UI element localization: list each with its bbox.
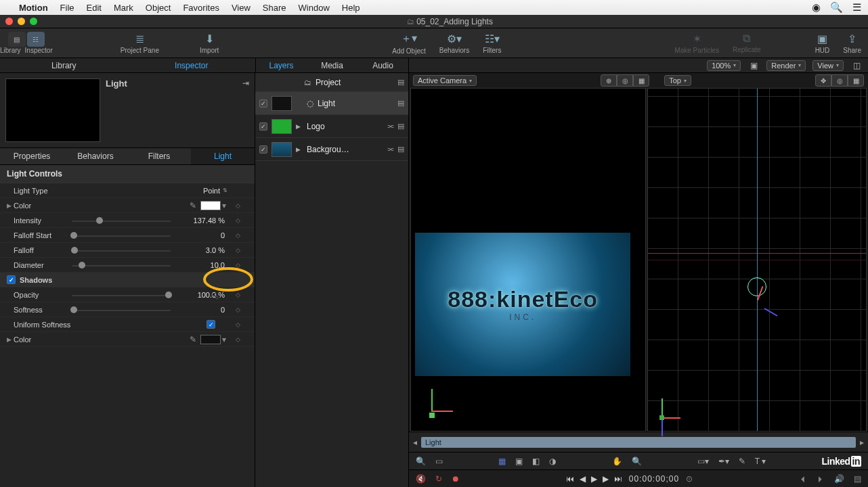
shadow-color-popup-icon[interactable]: ▾ <box>221 335 227 344</box>
behaviors-button[interactable]: ⚙▾Behaviors <box>433 32 476 54</box>
loop-icon[interactable]: ↻ <box>435 474 442 484</box>
layer-link-icon[interactable]: ⫘ <box>387 122 394 131</box>
zoom-tool-icon[interactable]: 🔍 <box>632 457 642 466</box>
menu-object[interactable]: Object <box>146 3 171 13</box>
keyframe-icon[interactable]: ◇ <box>236 336 240 343</box>
layer-background-row[interactable]: ▶ Backgrou… ⫘▤ <box>255 138 408 161</box>
mini-timeline[interactable]: ◂ Light ▸ <box>409 432 868 452</box>
shadow-color-disclose-icon[interactable]: ▶ <box>7 336 14 343</box>
timecode-mode-icon[interactable]: ⊙ <box>686 474 693 484</box>
library-inspector-toggle[interactable]: ▤☷ LibraryInspector <box>0 32 53 54</box>
inspector-pin-icon[interactable]: ⇥ <box>242 78 249 88</box>
inspector-tab-light[interactable]: Light <box>191 148 255 164</box>
layer-name[interactable]: Backgrou… <box>307 145 383 154</box>
layer-link-icon[interactable]: ⫘ <box>387 145 394 154</box>
import-button[interactable]: ⬇Import <box>193 32 225 54</box>
transform-mode-group[interactable]: ⊕ ◎ ▦ <box>601 74 649 87</box>
view-dropdown[interactable]: View <box>812 60 844 71</box>
softness-slider[interactable] <box>72 305 171 315</box>
color-disclose-icon[interactable]: ▶ <box>7 202 14 209</box>
in-point-icon[interactable]: ⏴ <box>799 474 807 484</box>
opacity-slider[interactable] <box>72 290 171 300</box>
transform-world-icon[interactable]: ◎ <box>617 74 633 87</box>
color-popup-icon[interactable]: ▾ <box>221 201 227 210</box>
layer-stack-icon[interactable]: ▤ <box>397 99 404 108</box>
menu-favorites[interactable]: Favorites <box>183 3 219 13</box>
pen-tool-icon[interactable]: ✒▾ <box>718 457 729 466</box>
inspector-tab-properties[interactable]: Properties <box>0 148 64 164</box>
pan-icon[interactable]: ✥ <box>815 74 831 87</box>
layer-visibility-checkbox[interactable] <box>259 122 267 131</box>
falloff-start-slider[interactable] <box>72 231 171 240</box>
light-type-popup[interactable]: Point <box>203 187 227 195</box>
text-tool-icon[interactable]: T ▾ <box>755 457 766 466</box>
tab-media[interactable]: Media <box>307 58 357 72</box>
inspector-tab-filters[interactable]: Filters <box>127 148 191 164</box>
layer-visibility-checkbox[interactable] <box>259 145 267 154</box>
app-menu[interactable]: Motion <box>19 3 48 13</box>
orbit-icon[interactable]: ◎ <box>831 74 848 87</box>
step-forward-icon[interactable]: ▶ <box>603 474 609 484</box>
mute-icon[interactable]: 🔇 <box>416 474 426 484</box>
layer-stack-icon[interactable]: ▤ <box>397 122 404 131</box>
keyframe-icon[interactable]: ◇ <box>236 306 240 313</box>
intensity-value[interactable]: 137.48 % <box>171 216 227 225</box>
eyedropper-icon[interactable]: ✎ <box>190 201 196 210</box>
3d-transform-icon[interactable]: ◧ <box>532 457 540 466</box>
zoom-dropdown[interactable]: 100% <box>707 60 741 71</box>
keyframe-icon[interactable]: ◇ <box>236 202 240 209</box>
layer-visibility-checkbox[interactable] <box>259 99 267 108</box>
layer-stack-icon[interactable]: ▤ <box>397 145 404 154</box>
color-swatch[interactable] <box>200 201 221 210</box>
diameter-slider[interactable] <box>72 260 171 270</box>
search-icon[interactable]: 🔍 <box>416 457 426 466</box>
inspector-toggle-icon[interactable]: ☷ <box>27 32 45 47</box>
mask-icon[interactable]: ◑ <box>549 457 556 466</box>
tab-audio[interactable]: Audio <box>357 58 408 72</box>
menu-list-icon[interactable]: ☰ <box>852 1 861 14</box>
cc-icon[interactable]: ◉ <box>812 1 821 14</box>
group-disclose-icon[interactable]: ▶ <box>296 123 303 130</box>
audio-meter-icon[interactable]: 🔊 <box>834 474 844 484</box>
keyframe-icon[interactable]: ◇ <box>236 232 240 239</box>
falloff-value[interactable]: 3.0 % <box>171 246 227 254</box>
rect-tool-icon[interactable]: ▭▾ <box>697 457 709 466</box>
shadow-color-swatch[interactable] <box>200 335 221 344</box>
menu-edit[interactable]: Edit <box>87 3 102 13</box>
play-icon[interactable]: ▶ <box>591 474 597 484</box>
uniform-softness-checkbox[interactable]: ✓ <box>207 320 215 329</box>
minimize-window-icon[interactable] <box>18 18 25 25</box>
tab-layers[interactable]: Layers <box>256 58 307 72</box>
keyframe-icon[interactable]: ◇ <box>236 247 240 254</box>
layer-light-row[interactable]: Light ▤ <box>255 92 408 115</box>
step-back-icon[interactable]: ◀ <box>580 474 586 484</box>
layer-name[interactable]: Logo <box>307 122 383 131</box>
layout-icon[interactable]: ▭ <box>435 457 443 466</box>
spotlight-icon[interactable]: 🔍 <box>830 1 843 14</box>
viewport-layout-icon[interactable]: ◫ <box>850 61 863 70</box>
keyframe-icon[interactable]: ◇ <box>236 292 240 298</box>
record-icon[interactable]: ⏺ <box>452 474 460 484</box>
playhead-end-icon[interactable]: ▸ <box>860 438 864 447</box>
library-toggle-icon[interactable]: ▤ <box>8 32 26 47</box>
color-channel-icon[interactable]: ▣ <box>747 61 760 70</box>
add-object-button[interactable]: ＋▾Add Object <box>385 32 432 55</box>
grid-icon[interactable]: ▦ <box>498 457 506 466</box>
out-point-icon[interactable]: ⏵ <box>817 474 825 484</box>
close-window-icon[interactable] <box>5 18 13 25</box>
layer-stack-icon[interactable]: ▤ <box>397 78 404 87</box>
hud-button[interactable]: ▣HUD <box>808 32 837 54</box>
intensity-slider[interactable] <box>72 216 171 225</box>
falloff-start-value[interactable]: 0 <box>171 231 227 239</box>
falloff-slider[interactable] <box>72 246 171 255</box>
menu-mark[interactable]: Mark <box>114 3 133 13</box>
layer-logo-row[interactable]: ▶ Logo ⫘▤ <box>255 115 408 138</box>
transform-view-icon[interactable]: ▦ <box>633 74 649 87</box>
tab-library[interactable]: Library <box>0 58 128 72</box>
keyframe-icon[interactable]: ◇ <box>236 217 240 224</box>
macos-menubar[interactable]: Motion File Edit Mark Object Favorites V… <box>0 0 868 15</box>
group-disclose-icon[interactable]: ▶ <box>296 146 303 153</box>
keyframe-icon[interactable]: ◇ <box>236 321 240 328</box>
playhead-start-icon[interactable]: ◂ <box>413 438 417 447</box>
hand-tool-icon[interactable]: ✋ <box>612 457 622 466</box>
